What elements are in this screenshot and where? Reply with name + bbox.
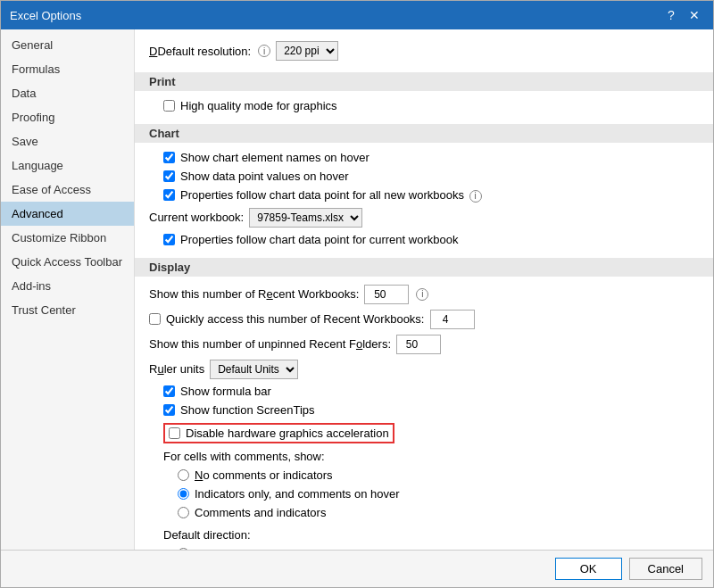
dialog-title: Excel Options (10, 9, 81, 22)
sidebar-item-add-ins[interactable]: Add-ins (1, 274, 134, 298)
show-recent-workbooks-row: Show this number of Recent Workbooks: i (149, 282, 699, 307)
sidebar-item-quick-access-toolbar[interactable]: Quick Access Toolbar (1, 250, 134, 274)
properties-follow-chart-label: Properties follow chart data point for a… (180, 188, 482, 203)
show-recent-workbooks-label: Show this number of Recent Workbooks: (149, 287, 359, 301)
print-section-header: Print (135, 72, 713, 91)
dialog-body: General Formulas Data Proofing Save Lang… (1, 29, 713, 550)
chart-section-header: Chart (135, 124, 713, 143)
default-direction-label: Default direction: (163, 528, 251, 542)
disable-hardware-label[interactable]: Disable hardware graphics acceleration (186, 427, 389, 440)
show-unpinned-folders-row: Show this number of unpinned Recent Fold… (149, 332, 699, 357)
quickly-access-input[interactable] (430, 310, 475, 329)
show-unpinned-folders-label: Show this number of unpinned Recent Fold… (149, 337, 391, 351)
info-icon-recent: i (416, 288, 428, 301)
high-quality-row: High quality mode for graphics (149, 96, 699, 115)
disable-hardware-row: Disable hardware graphics acceleration (163, 423, 394, 443)
sidebar-item-data[interactable]: Data (1, 81, 134, 105)
show-recent-workbooks-input[interactable] (364, 285, 409, 304)
excel-options-dialog: Excel Options ? ✕ General Formulas Data … (0, 0, 714, 588)
indicators-only-label[interactable]: Indicators only, and comments on hover (195, 487, 400, 501)
show-formula-bar-row: Show formula bar (149, 382, 699, 401)
current-workbook-row: Current workbook: 97859-Teams.xlsx (149, 205, 699, 230)
sidebar-item-advanced[interactable]: Advanced (1, 202, 134, 226)
show-chart-element-names-checkbox[interactable] (163, 152, 175, 163)
show-function-screentips-checkbox[interactable] (163, 404, 175, 416)
content-area: DDefault resolution: i 220 ppi 96 ppi 15… (135, 29, 713, 550)
sidebar-item-formulas[interactable]: Formulas (1, 57, 134, 81)
comments-and-indicators-label[interactable]: Comments and indicators (195, 506, 326, 519)
current-workbook-label: Current workbook: (149, 211, 244, 224)
disable-hardware-checkbox[interactable] (169, 427, 180, 439)
properties-follow-current-label[interactable]: Properties follow chart data point for c… (180, 233, 458, 246)
quickly-access-checkbox[interactable] (149, 313, 161, 325)
display-section-header: Display (135, 258, 713, 277)
quickly-access-label: Quickly access this number of Recent Wor… (166, 312, 425, 326)
comments-and-indicators-row: Comments and indicators (149, 503, 699, 522)
show-function-screentips-label[interactable]: Show function ScreenTips (180, 403, 315, 417)
no-comments-row: No comments or indicators (149, 466, 699, 484)
sidebar-item-language[interactable]: Language (1, 153, 134, 178)
show-chart-element-names-label[interactable]: Show chart element names on hover (180, 151, 369, 164)
show-data-point-row: Show data point values on hover (149, 167, 699, 186)
properties-follow-chart-checkbox[interactable] (163, 189, 175, 201)
help-button[interactable]: ? (661, 5, 681, 25)
properties-follow-current-row: Properties follow chart data point for c… (149, 230, 699, 249)
disable-hardware-container: Disable hardware graphics acceleration (149, 423, 699, 443)
ruler-units-label: Ruler units (149, 362, 204, 376)
show-formula-bar-checkbox[interactable] (163, 385, 175, 397)
sidebar-item-ease-of-access[interactable]: Ease of Access (1, 178, 134, 202)
show-data-point-checkbox[interactable] (163, 170, 175, 182)
show-formula-bar-label[interactable]: Show formula bar (180, 385, 271, 398)
dialog-footer: OK Cancel (1, 550, 713, 587)
workbook-select-wrap: 97859-Teams.xlsx (249, 208, 362, 228)
current-workbook-select[interactable]: 97859-Teams.xlsx (249, 208, 362, 228)
sidebar: General Formulas Data Proofing Save Lang… (1, 29, 135, 550)
no-comments-radio[interactable] (178, 469, 189, 481)
default-resolution-row: DDefault resolution: i 220 ppi 96 ppi 15… (149, 38, 699, 63)
indicators-only-radio[interactable] (178, 488, 189, 500)
default-resolution-label: DDefault resolution: (149, 45, 251, 58)
properties-follow-current-checkbox[interactable] (163, 234, 175, 245)
close-button[interactable]: ✕ (685, 5, 704, 25)
sidebar-item-save[interactable]: Save (1, 129, 134, 153)
default-direction-label-row: Default direction: (149, 526, 699, 544)
title-bar-controls: ? ✕ (661, 5, 704, 25)
sidebar-item-customize-ribbon[interactable]: Customize Ribbon (1, 226, 134, 250)
info-icon-properties: i (469, 190, 482, 203)
properties-follow-chart-row: Properties follow chart data point for a… (149, 186, 699, 205)
indicators-only-row: Indicators only, and comments on hover (149, 484, 699, 503)
sidebar-item-proofing[interactable]: Proofing (1, 105, 134, 129)
comments-and-indicators-radio[interactable] (178, 507, 189, 518)
for-cells-label-row: For cells with comments, show: (149, 447, 699, 466)
no-comments-label: No comments or indicators (195, 468, 333, 482)
show-chart-names-row: Show chart element names on hover (149, 148, 699, 167)
cancel-button[interactable]: Cancel (629, 558, 702, 580)
info-icon-resolution: i (258, 45, 270, 57)
for-cells-label: For cells with comments, show: (163, 450, 325, 463)
ruler-units-select[interactable]: Default Units Inches Centimeters Millime… (210, 360, 298, 379)
sidebar-item-trust-center[interactable]: Trust Center (1, 298, 134, 322)
quickly-access-row: Quickly access this number of Recent Wor… (149, 307, 699, 332)
show-unpinned-input[interactable] (396, 335, 441, 354)
show-function-screentips-row: Show function ScreenTips (149, 401, 699, 419)
ok-button[interactable]: OK (555, 558, 622, 580)
sidebar-item-general[interactable]: General (1, 33, 134, 57)
title-bar: Excel Options ? ✕ (1, 1, 713, 29)
high-quality-checkbox[interactable] (163, 100, 175, 112)
show-data-point-label[interactable]: Show data point values on hover (180, 170, 349, 183)
ruler-units-row: Ruler units Default Units Inches Centime… (149, 357, 699, 382)
default-resolution-select[interactable]: 220 ppi 96 ppi 150 ppi (276, 41, 338, 61)
high-quality-label[interactable]: High quality mode for graphics (180, 99, 337, 112)
